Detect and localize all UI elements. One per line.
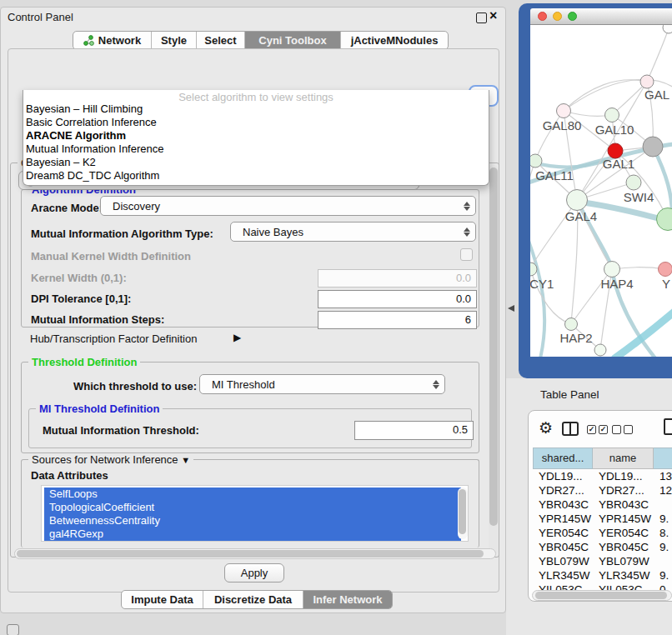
dock-icon[interactable] [7,624,19,635]
settings-hscrollbar-thumb[interactable] [17,550,484,558]
table-row[interactable]: YBR045C YBR045C 9. [533,540,672,554]
tab-discretize-data[interactable]: Discretize Data [203,591,303,608]
which-threshold-combobox[interactable]: MI Threshold [199,374,445,394]
tab-select[interactable]: Select [196,32,244,49]
node-hap2[interactable] [565,318,578,331]
cell[interactable] [654,498,672,512]
close-window-button[interactable] [538,12,547,21]
cell[interactable]: YBR045C [533,540,593,554]
node[interactable] [663,25,672,33]
cell[interactable] [654,554,672,568]
node-gal[interactable] [640,75,654,88]
network-window-titlebar[interactable] [530,8,672,25]
table-row[interactable]: YER054C YER054C 8. [533,526,672,540]
node-gal10[interactable] [605,108,619,122]
dropdown-item-selected[interactable]: ARACNE Algorithm [23,129,489,142]
list-item[interactable]: TopologicalCoefficient [44,501,461,514]
settings-scrollbar-thumb[interactable] [489,168,498,526]
table-row[interactable]: YBL079W YBL079W [533,554,672,568]
cell[interactable]: YBR045C [593,540,654,554]
list-item[interactable]: gal4RGexp [44,528,461,541]
gear-icon[interactable]: ⚙ [539,421,553,436]
network-view-window[interactable]: GAL80 GAL10 GAL1 GAL11 SWI4 GAL4 GCY1 HA… [519,3,672,378]
node-gal11[interactable] [530,154,542,168]
kernel-width-field[interactable]: 0.0 [318,269,477,288]
deselect-all-columns-icon[interactable] [612,425,633,434]
column-header-clipped[interactable] [654,448,672,469]
cell[interactable]: YBR043C [533,498,593,512]
manual-kernel-checkbox[interactable] [460,248,473,261]
node-gal4[interactable] [567,190,588,211]
table-row[interactable]: YBR043C YBR043C [533,498,672,512]
dropdown-item[interactable]: Dream8 DC_TDC Algorithm [23,169,489,182]
export-table-icon[interactable] [664,418,672,435]
cell[interactable]: YDL19... [593,469,654,483]
sources-group-title[interactable]: Sources for Network Inference ▼ [28,453,193,466]
table-row[interactable]: YDL19... YDL19... 13 [533,469,672,483]
tab-jactivemnodules[interactable]: jActiveMNodules [340,32,448,49]
cell[interactable]: YER054C [533,526,593,540]
cell[interactable]: YLR345W [593,568,654,582]
tab-impute-data[interactable]: Impute Data [122,591,203,608]
apply-button[interactable]: Apply [224,563,284,582]
cell[interactable]: 9. [654,540,672,554]
table-hscrollbar[interactable] [532,590,672,601]
node-green-large[interactable] [657,208,672,231]
table-row[interactable]: YDR27... YDR27... 12 [533,483,672,498]
list-item[interactable]: BetweennessCentrality [44,514,461,528]
mi-type-combobox[interactable]: Naive Bayes [230,222,476,242]
column-header-name[interactable]: name [593,448,654,469]
cell[interactable]: 8. [654,526,672,540]
table-row[interactable]: YPR145W YPR145W 9. [533,512,672,526]
hub-definition-toggle[interactable]: Hub/Transcription Factor Definition [30,332,197,345]
dropdown-item[interactable]: Bayesian – K2 [23,156,489,169]
settings-scrollbar[interactable] [489,165,499,555]
table-row[interactable]: YLR345W YLR345W 9. [533,568,672,582]
list-item[interactable]: SelfLoops [44,488,461,501]
cell[interactable]: YDL19... [533,469,593,483]
network-canvas[interactable]: GAL80 GAL10 GAL1 GAL11 SWI4 GAL4 GCY1 HA… [530,25,672,357]
cell[interactable]: YLR345W [533,568,593,582]
cell[interactable]: YER054C [593,526,654,540]
tab-network[interactable]: Network [73,32,151,49]
node-gray[interactable] [643,137,663,157]
dropdown-item[interactable]: Basic Correlation Inference [23,116,489,129]
node[interactable] [594,344,606,356]
node-swi4[interactable] [626,175,641,190]
cell[interactable]: 9. [654,568,672,582]
cell[interactable]: YDR27... [533,483,593,498]
node-hap4[interactable] [604,262,620,278]
dropdown-item[interactable]: Bayesian – Hill Climbing [23,102,489,116]
attributes-scrollbar[interactable] [458,488,468,539]
cell[interactable]: 13 [654,469,672,483]
expand-arrow-icon[interactable]: ▶ [233,332,241,343]
column-header-shared-name[interactable]: shared... [533,448,593,469]
zoom-window-button[interactable] [568,12,577,21]
dropdown-item[interactable]: Mutual Information Inference [23,142,489,156]
mi-threshold-field[interactable]: 0.5 [354,421,474,440]
mi-steps-field[interactable]: 6 [318,311,477,329]
cell[interactable]: YBL079W [593,554,654,568]
float-icon[interactable] [476,12,487,23]
node-y[interactable] [659,262,672,277]
cell[interactable]: YBL079W [533,554,593,568]
table-hscrollbar-thumb[interactable] [535,592,667,599]
select-all-columns-icon[interactable]: ✓ ✓ [587,425,608,434]
cell[interactable]: YBR043C [593,498,654,512]
aracne-mode-combobox[interactable]: Discovery [100,196,476,216]
minimize-window-button[interactable] [553,12,562,21]
close-icon[interactable]: × [489,8,497,23]
tab-style[interactable]: Style [151,32,196,49]
node-gal80[interactable] [557,104,571,118]
attributes-scrollbar-thumb[interactable] [459,489,466,534]
settings-hscrollbar[interactable] [14,548,496,559]
tab-infer-network[interactable]: Infer Network [303,591,392,608]
cell[interactable]: YDR27... [593,483,654,498]
tab-cyni-toolbox[interactable]: Cyni Toolbox [244,32,340,49]
cell[interactable]: YPR145W [593,512,654,526]
cell[interactable]: 12 [654,483,672,498]
cell[interactable]: YPR145W [533,512,593,526]
cell[interactable]: 9. [654,512,672,526]
dpi-tolerance-field[interactable]: 0.0 [318,290,477,308]
split-columns-icon[interactable] [562,422,579,436]
